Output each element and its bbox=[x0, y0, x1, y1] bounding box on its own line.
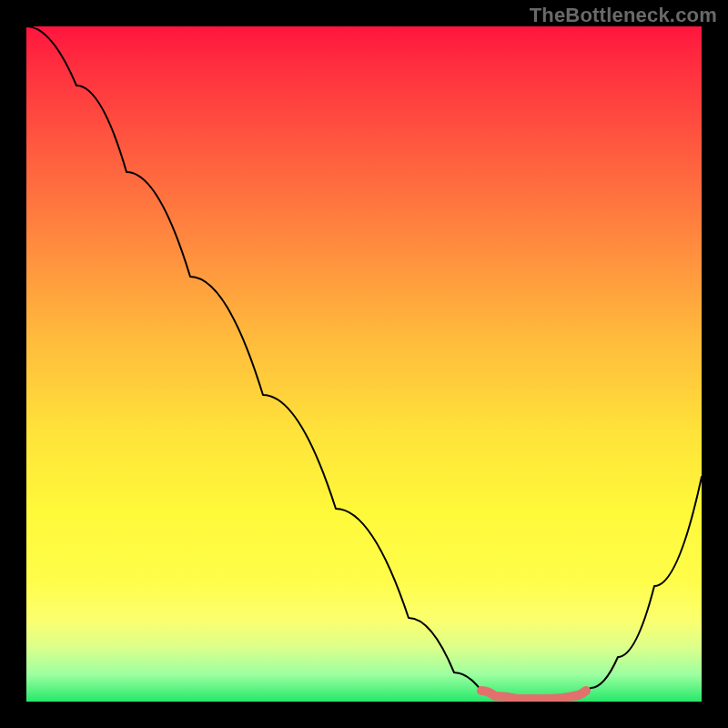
plot-area bbox=[26, 26, 702, 702]
chart-overlay bbox=[26, 26, 702, 702]
optimal-highlight bbox=[481, 691, 586, 699]
watermark-text: TheBottleneck.com bbox=[530, 4, 717, 27]
chart-container: TheBottleneck.com bbox=[0, 0, 728, 728]
bottleneck-curve bbox=[26, 26, 702, 699]
